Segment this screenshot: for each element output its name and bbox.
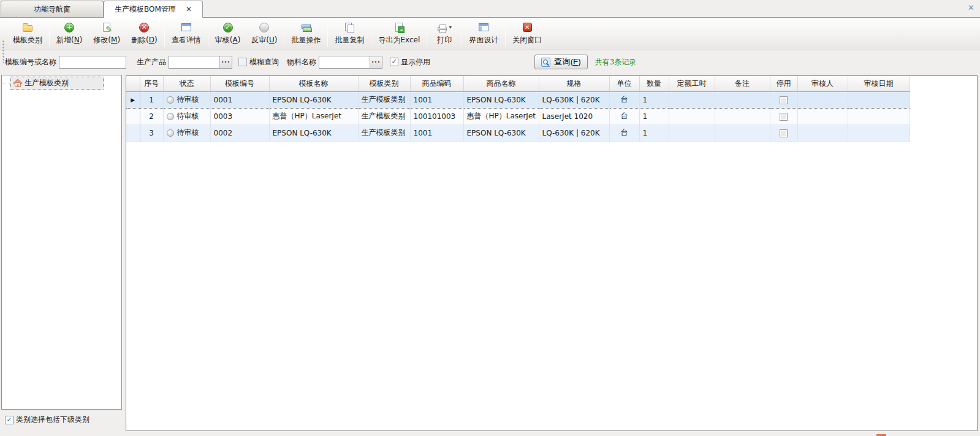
toolbar-separator bbox=[327, 21, 328, 47]
bom-grid: 序号 状态 模板编号 模板名称 模板类别 商品编码 商品名称 规格 单位 数量 … bbox=[126, 75, 978, 431]
grid-header-row: 序号 状态 模板编号 模板名称 模板类别 商品编码 商品名称 规格 单位 数量 … bbox=[126, 76, 910, 91]
table-row[interactable]: 3 待审核 0002 EPSON LQ-630K 生产模板类别 1001 EPS… bbox=[126, 124, 910, 141]
close-window-button[interactable]: 关闭窗口 bbox=[507, 20, 547, 48]
disabled-checkbox bbox=[780, 129, 788, 137]
toolbar-separator bbox=[208, 21, 208, 47]
toolbar-separator bbox=[505, 21, 506, 47]
tab-label: 功能导航窗 bbox=[34, 4, 70, 15]
fuzzy-search-checkbox[interactable] bbox=[238, 58, 247, 66]
row-indicator-header bbox=[126, 76, 140, 91]
disabled-checkbox bbox=[780, 113, 788, 121]
record-count: 共有3条记录 bbox=[595, 57, 637, 67]
template-no-input[interactable] bbox=[59, 56, 126, 69]
table-row[interactable]: 2 待审核 0003 惠普（HP）LaserJet 生产模板类别 1001010… bbox=[126, 108, 910, 124]
unapprove-icon bbox=[259, 23, 269, 33]
row-indicator bbox=[126, 108, 140, 124]
approve-button[interactable]: 审核(A) bbox=[210, 20, 246, 48]
status-pending-icon bbox=[167, 113, 174, 120]
view-details-button[interactable]: 查看详情 bbox=[166, 20, 207, 48]
status-pending-icon bbox=[167, 129, 174, 137]
status-pending-icon bbox=[167, 96, 174, 104]
batch-copy-button[interactable]: 批量复制 bbox=[329, 20, 370, 48]
toolbar: 模板类别 新增(N) 修改(M) 删除(D) 查看详情 审核(A) 反审(U) … bbox=[0, 18, 980, 50]
toolbar-separator bbox=[371, 21, 371, 47]
edit-icon bbox=[103, 23, 110, 32]
show-disabled-label: 显示停用 bbox=[401, 57, 430, 67]
column-header-product-name[interactable]: 商品名称 bbox=[463, 76, 539, 91]
tree-root-item[interactable]: 生产模板类别 bbox=[2, 76, 121, 90]
column-header-status[interactable]: 状态 bbox=[163, 76, 210, 91]
export-excel-button[interactable]: 导出为Excel bbox=[373, 20, 425, 48]
include-subcategories-label: 类别选择包括下级类别 bbox=[16, 415, 89, 425]
tree-connector bbox=[2, 83, 10, 83]
column-header-spec[interactable]: 规格 bbox=[539, 76, 609, 91]
toolbar-separator bbox=[284, 21, 284, 47]
material-ellipsis-button[interactable] bbox=[370, 56, 382, 68]
category-tree-panel: 生产模板类别 bbox=[1, 75, 122, 410]
home-icon bbox=[13, 78, 23, 88]
toolbar-separator bbox=[49, 21, 50, 47]
row-indicator bbox=[126, 124, 140, 141]
column-header-template-name[interactable]: 模板名称 bbox=[269, 76, 358, 91]
batch-operations-icon bbox=[302, 25, 311, 32]
column-header-template-no[interactable]: 模板编号 bbox=[210, 76, 269, 91]
toolbar-separator bbox=[427, 21, 427, 47]
toolbar-separator bbox=[164, 21, 165, 47]
folder-icon bbox=[23, 25, 32, 32]
chevron-down-icon[interactable] bbox=[449, 25, 452, 30]
print-icon bbox=[438, 27, 447, 31]
disabled-checkbox bbox=[780, 96, 788, 104]
column-header-qty[interactable]: 数量 bbox=[639, 76, 669, 91]
add-icon bbox=[64, 23, 74, 33]
window-close-icon[interactable]: ✕ bbox=[968, 3, 974, 12]
approve-icon bbox=[223, 23, 233, 33]
print-button[interactable]: 打印 bbox=[428, 20, 460, 48]
template-no-label: 模板编号或名称 bbox=[5, 57, 56, 67]
material-combo bbox=[319, 56, 382, 69]
ui-design-icon bbox=[479, 23, 488, 31]
column-header-product-code[interactable]: 商品编码 bbox=[410, 76, 463, 91]
tab-bar: 功能导航窗 生产模板BOM管理 ✕ bbox=[0, 0, 980, 18]
filter-bar: 模板编号或名称 生产产品 模糊查询 物料名称 ✓ 显示停用 查询(F) 共有3条… bbox=[0, 50, 980, 74]
include-subcategories-row: ✓ 类别选择包括下级类别 bbox=[5, 415, 89, 425]
ui-design-button[interactable]: 界面设计 bbox=[463, 20, 504, 48]
show-disabled-checkbox[interactable]: ✓ bbox=[390, 58, 398, 66]
column-header-unit[interactable]: 单位 bbox=[609, 76, 639, 91]
delete-icon bbox=[139, 23, 149, 33]
unapprove-button[interactable]: 反审(U) bbox=[246, 20, 283, 48]
search-icon bbox=[541, 58, 550, 67]
view-details-icon bbox=[181, 23, 191, 31]
row-indicator: ▶ bbox=[126, 91, 140, 108]
column-header-seq[interactable]: 序号 bbox=[140, 76, 163, 91]
tab-function-nav[interactable]: 功能导航窗 bbox=[1, 1, 104, 17]
column-header-remark[interactable]: 备注 bbox=[715, 76, 770, 91]
modify-button[interactable]: 修改(M) bbox=[88, 20, 126, 48]
tab-label: 生产模板BOM管理 bbox=[115, 4, 176, 15]
material-label: 物料名称 bbox=[287, 57, 316, 67]
column-header-review-date[interactable]: 审核日期 bbox=[848, 76, 910, 91]
fuzzy-search-label: 模糊查询 bbox=[249, 57, 279, 67]
tab-close-icon[interactable]: ✕ bbox=[186, 6, 192, 13]
column-header-disabled[interactable]: 停用 bbox=[770, 76, 797, 91]
batch-operations-button[interactable]: 批量操作 bbox=[286, 20, 326, 48]
material-input[interactable] bbox=[319, 56, 370, 68]
close-window-icon bbox=[523, 23, 532, 32]
toolbar-separator bbox=[462, 21, 462, 47]
tab-production-bom[interactable]: 生产模板BOM管理 ✕ bbox=[104, 1, 203, 18]
column-header-reviewer[interactable]: 审核人 bbox=[797, 76, 848, 91]
batch-copy-icon bbox=[345, 23, 354, 32]
query-button[interactable]: 查询(F) bbox=[534, 55, 588, 69]
delete-button[interactable]: 删除(D) bbox=[126, 20, 163, 48]
product-combo bbox=[169, 56, 232, 69]
product-input[interactable] bbox=[169, 56, 219, 68]
column-header-template-category[interactable]: 模板类别 bbox=[358, 76, 410, 91]
column-header-std-hours[interactable]: 定额工时 bbox=[669, 76, 715, 91]
template-category-button[interactable]: 模板类别 bbox=[7, 20, 48, 48]
export-excel-icon bbox=[395, 23, 403, 32]
include-subcategories-checkbox[interactable]: ✓ bbox=[5, 416, 13, 424]
add-button[interactable]: 新增(N) bbox=[51, 20, 88, 48]
tree-root-label: 生产模板类别 bbox=[25, 78, 69, 88]
product-label: 生产产品 bbox=[137, 57, 166, 67]
table-row[interactable]: ▶ 1 待审核 0001 EPSON LQ-630K 生产模板类别 1001 E… bbox=[126, 91, 910, 108]
product-ellipsis-button[interactable] bbox=[219, 56, 232, 68]
